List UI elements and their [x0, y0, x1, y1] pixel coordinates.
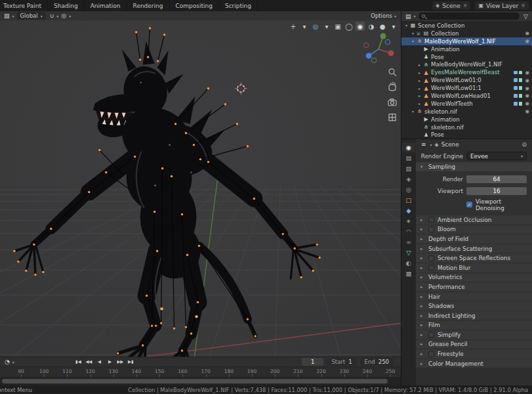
outliner-row-scene-collection[interactable]: ▾▦Scene Collection — [401, 22, 532, 30]
scene-selector[interactable]: ◈ Scene × — [432, 1, 470, 10]
visibility-eye-icon[interactable]: ◉ — [525, 77, 529, 83]
disclosure-icon[interactable]: ▸ — [417, 70, 422, 75]
properties-tab-modifiers[interactable]: ◆ — [402, 206, 415, 215]
jump-to-end-button[interactable]: ▶▮ — [126, 358, 136, 366]
play-reverse-button[interactable]: ◀ — [94, 358, 104, 366]
outliner-row-pose[interactable]: ♟Pose — [401, 131, 532, 139]
properties-tab-data[interactable]: ▽ — [402, 248, 415, 257]
section-indirect-lighting[interactable]: ▸Indirect Lighting — [416, 311, 532, 320]
next-keyframe-button[interactable]: ▶▶ — [115, 358, 125, 366]
properties-tab-view-layer[interactable]: ▧ — [402, 164, 415, 173]
current-frame-field[interactable]: 1 — [302, 358, 323, 366]
visibility-eye-icon[interactable]: ◉ — [525, 93, 529, 98]
section-subsurface-scattering[interactable]: ▸Subsurface Scattering — [416, 244, 532, 253]
disclosure-icon[interactable]: ▸ — [417, 93, 422, 98]
section-simplify[interactable]: ▸Simplify — [416, 330, 532, 339]
frame-start-field[interactable]: Start 1 — [327, 358, 356, 366]
disclosure-icon[interactable]: ▸ — [417, 101, 422, 106]
outliner-row-malebodywerewolf-1-nif[interactable]: ▾⋔MaleBodyWereWolf_1.NIF◉ — [401, 37, 532, 45]
outliner-row-skeleton-nif[interactable]: ▾⋔skeleton.nif◉ — [401, 108, 532, 116]
toggle-grid-icon[interactable] — [389, 114, 396, 121]
outliner-search-input[interactable] — [419, 12, 520, 20]
properties-tab-material[interactable]: ◐ — [402, 258, 415, 268]
scene-clear-icon[interactable]: × — [463, 3, 468, 9]
section-color-management[interactable]: ▸Color Management — [416, 359, 532, 368]
visibility-eye-icon[interactable]: ◉ — [525, 38, 529, 44]
sampling-viewport-field[interactable]: 16 — [466, 187, 527, 195]
workspace-tab-rendering[interactable]: Rendering — [127, 0, 170, 11]
visibility-eye-icon[interactable]: ◉ — [525, 100, 529, 106]
mode-caret-icon[interactable]: ▾ — [12, 14, 14, 18]
disclosure-icon[interactable]: ▾ — [410, 39, 416, 43]
snap-caret-icon[interactable]: ▾ — [56, 14, 58, 18]
properties-tab-particles[interactable]: ∗ — [402, 216, 415, 226]
outliner-row-malebodywerewolf-1-nif[interactable]: ▸⋔MaleBodyWereWolf_1.NIF — [401, 60, 532, 68]
outliner-row-pose[interactable]: ♟Pose — [401, 53, 532, 61]
visibility-eye-icon[interactable]: ◉ — [525, 70, 529, 76]
shading-caret-icon[interactable]: ▾ — [389, 22, 398, 31]
collection-checkbox-icon[interactable]: ✓ — [416, 31, 421, 36]
shading-wireframe-icon[interactable]: ◯ — [344, 22, 354, 31]
section-shadows[interactable]: ▸Shadows — [416, 301, 532, 311]
viewport-denoising-checkbox[interactable]: ✓ — [466, 202, 472, 208]
section-bloom[interactable]: ▸Bloom — [416, 225, 532, 234]
section-checkbox[interactable] — [428, 265, 434, 271]
outliner-row-collection[interactable]: ▾✓▤Collection◉ — [401, 30, 532, 37]
section-film[interactable]: ▸Film — [416, 320, 532, 330]
orientation-dropdown[interactable]: Global ▾ — [17, 12, 46, 20]
proportional-caret-icon[interactable]: ▾ — [69, 14, 71, 18]
render-engine-dropdown[interactable]: Eevee ▾ — [466, 152, 527, 160]
visibility-eye-icon[interactable]: ◉ — [525, 30, 529, 36]
viewport-3d[interactable]: +▾◎▾▣◯◉◑●▾ — [0, 20, 401, 357]
move-hand-icon[interactable] — [389, 82, 396, 91]
timeline-editor-icon[interactable]: ◔ — [3, 359, 11, 365]
properties-tab-object[interactable]: □ — [402, 195, 415, 205]
properties-tab-render[interactable]: ◉ — [402, 142, 415, 152]
outliner-row-werewolflow01-0[interactable]: ▸▲WereWolfLow01:0◉ — [401, 76, 532, 84]
timeline-ruler[interactable]: 9010011012013014015016017018019020021022… — [0, 366, 401, 377]
section-grease-pencil[interactable]: ▸Grease Pencil — [416, 340, 532, 349]
properties-tab-texture[interactable]: ▩ — [402, 269, 415, 278]
mode-icon[interactable]: ▧ — [3, 12, 11, 19]
shading-material-icon[interactable]: ◑ — [367, 22, 376, 31]
properties-tab-world[interactable]: ◎ — [402, 185, 415, 194]
outliner-editor-caret-icon[interactable]: ▾ — [414, 14, 416, 18]
disclosure-icon[interactable]: ▾ — [410, 31, 416, 35]
workspace-tab-compositing[interactable]: Compositing — [170, 0, 219, 11]
gizmo-icon[interactable]: + — [289, 22, 298, 31]
options-dropdown[interactable]: Options ▾ — [369, 12, 398, 19]
section-checkbox[interactable] — [428, 217, 434, 223]
navigation-gizmo[interactable] — [363, 33, 394, 62]
properties-tab-constraints[interactable]: ∞ — [402, 237, 415, 247]
workspace-tab-shading[interactable]: Shading — [48, 0, 85, 11]
zoom-icon[interactable] — [389, 69, 396, 76]
section-checkbox[interactable] — [428, 351, 434, 357]
shading-solid-icon[interactable]: ◉ — [356, 22, 365, 31]
overlays-caret-icon[interactable]: ▾ — [322, 22, 331, 31]
frame-end-field[interactable]: End 250 — [360, 358, 394, 366]
disclosure-icon[interactable]: ▸ — [417, 62, 422, 67]
timeline-scrollbar[interactable] — [2, 379, 388, 383]
view-layer-clear-icon[interactable]: × — [521, 3, 525, 9]
outliner-row-animation[interactable]: ▶Animation — [401, 116, 532, 123]
workspace-tab-scripting[interactable]: Scripting — [219, 0, 258, 11]
properties-editor-icon[interactable]: ≡ — [420, 141, 428, 148]
properties-tab-scene[interactable]: ◈ — [402, 174, 415, 184]
section-volumetrics[interactable]: ▸Volumetrics — [416, 273, 532, 282]
jump-to-start-button[interactable]: ▮◀ — [73, 358, 83, 366]
prev-keyframe-button[interactable]: ◀◀ — [84, 358, 94, 366]
overlays-icon[interactable]: ◎ — [311, 22, 320, 31]
gizmo-caret-icon[interactable]: ▾ — [300, 22, 309, 31]
properties-editor-caret-icon[interactable]: ▾ — [430, 142, 432, 147]
outliner-row-skeleton-nif[interactable]: ⋔skeleton.nif — [401, 123, 532, 131]
play-button[interactable]: ▶ — [105, 358, 115, 366]
section-ambient-occlusion[interactable]: ▸Ambient Occlusion — [416, 215, 532, 225]
section-depth-of-field[interactable]: ▸Depth of Field — [416, 234, 532, 244]
workspace-tab-texture-paint[interactable]: Texture Paint — [0, 0, 48, 11]
xray-toggle-icon[interactable]: ▣ — [333, 22, 342, 31]
section-performance[interactable]: ▸Performance — [416, 282, 532, 292]
section-checkbox[interactable] — [428, 255, 434, 261]
section-screen-space-reflections[interactable]: ▸Screen Space Reflections — [416, 253, 532, 263]
section-motion-blur[interactable]: ▸Motion Blur — [416, 263, 532, 273]
werewolf-model[interactable] — [14, 41, 319, 357]
